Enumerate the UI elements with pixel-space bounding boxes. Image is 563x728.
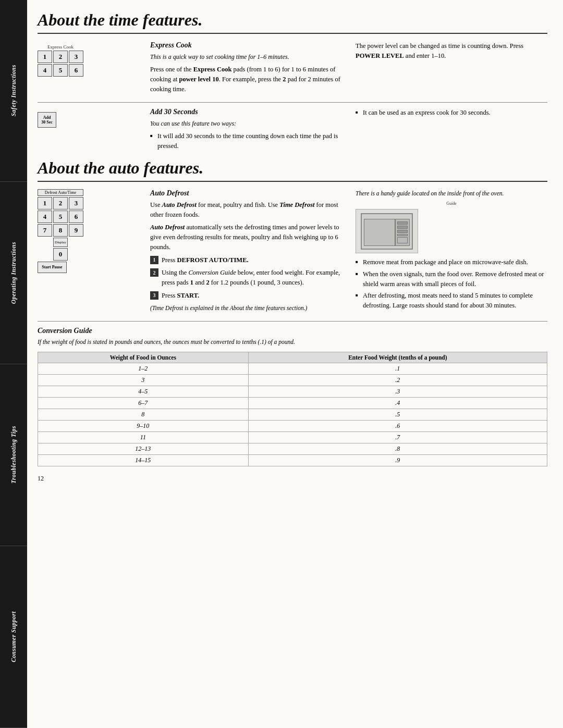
step-1: 1 Press DEFROST AUTO/TIME. [150,255,342,265]
defrost-key-6[interactable]: 6 [69,211,83,223]
tenths-cell: .8 [248,443,547,455]
oven-door [364,219,395,246]
express-cook-right-text: The power level can be changed as time i… [356,41,547,61]
add-30-middle: Add 30 Seconds You can use this feature … [150,108,342,153]
auto-defrost-bullet-2: When the oven signals, turn the food ove… [356,269,547,289]
tenths-cell: .4 [248,398,547,409]
express-cook-middle: Express Cook This is a quick way to set … [150,41,342,97]
tenths-cell: .5 [248,409,547,421]
add-30-button[interactable]: Add30 Sec [38,112,56,128]
ounces-cell: 3 [38,375,249,386]
ounces-cell: 6–7 [38,398,249,409]
auto-defrost-bullet-1: Remove meat from package and place on mi… [356,257,547,267]
defrost-key-0[interactable]: 0 [53,248,68,261]
express-cook-body: Press one of the Express Cook pads (from… [150,65,342,94]
table-row: 14–15.9 [38,455,547,466]
oven-image [356,209,418,253]
key-2[interactable]: 2 [53,51,68,63]
tenths-cell: .7 [248,432,547,443]
ounces-cell: 4–5 [38,386,249,398]
main-content: About the time features. Express Cook 1 … [27,0,563,728]
add-30-heading: Add 30 Seconds [150,108,342,116]
table-row: 4–5.3 [38,386,547,398]
display-button[interactable]: Display [53,238,68,247]
col1-header: Weight of Food in Ounces [38,352,249,363]
table-row: 9–10.6 [38,421,547,432]
step-1-text: Press DEFROST AUTO/TIME. [162,255,249,265]
keypad-grid: 1 2 3 4 5 6 [38,51,83,77]
table-row: 8.5 [38,409,547,421]
ounces-cell: 8 [38,409,249,421]
oven-inner [361,213,413,250]
tenths-cell: .2 [248,375,547,386]
page-title: About the time features. [38,10,547,30]
defrost-key-8[interactable]: 8 [53,224,68,237]
sidebar-section-safety: Safety Instructions [0,0,27,182]
sidebar-section-consumer: Consumer Support [0,546,27,728]
tenths-cell: .3 [248,386,547,398]
add-30-label: Add30 Sec [41,115,53,125]
sidebar-label-troubleshooting: Troubleshooting Tips [10,426,17,484]
tenths-cell: .6 [248,421,547,432]
table-row: 1–2.1 [38,363,547,375]
conversion-table: Weight of Food in Ounces Enter Food Weig… [38,352,547,466]
express-cook-section: Express Cook 1 2 3 4 5 6 Express Cook Th… [38,41,547,97]
time-defrost-note: (Time Defrost is explained in the About … [150,304,342,313]
defrost-key-4[interactable]: 4 [38,211,52,223]
tenths-cell: .1 [248,363,547,375]
key-1[interactable]: 1 [38,51,52,63]
key-3[interactable]: 3 [69,51,83,63]
section-divider-auto [38,181,547,182]
ounces-cell: 1–2 [38,363,249,375]
table-row: 3.2 [38,375,547,386]
add-30-left: Add30 Sec [38,108,142,153]
express-cook-italic: This is a quick way to set cooking time … [150,52,342,61]
defrost-key-9[interactable]: 9 [69,224,83,237]
auto-defrost-right: There is a handy guide located on the in… [350,189,547,316]
express-cook-keypad: Express Cook 1 2 3 4 5 6 [38,44,83,77]
table-row: 12–13.8 [38,443,547,455]
defrost-key-2[interactable]: 2 [53,197,68,209]
sidebar-label-safety: Safety Instructions [10,65,17,116]
key-5[interactable]: 5 [53,64,68,77]
guide-label: Guide [356,201,547,206]
defrost-key-3[interactable]: 3 [69,197,83,209]
oven-controls [395,219,410,246]
add-30-right: It can be used as an express cook for 30… [350,108,547,153]
defrost-label: Defrost Auto/Time [38,189,83,196]
ounces-cell: 11 [38,432,249,443]
start-pause-label: Start Pause [42,265,62,270]
display-label: Display [55,240,66,244]
defrost-key-1[interactable]: 1 [38,197,52,209]
section-divider-time [38,33,547,34]
table-row: 11.7 [38,432,547,443]
key-6[interactable]: 6 [69,64,83,77]
key-4[interactable]: 4 [38,64,52,77]
express-cook-heading: Express Cook [150,41,342,50]
sidebar-section-troubleshooting: Troubleshooting Tips [0,364,27,546]
step-num-1: 1 [150,256,158,264]
add-30-bullet-2: It can be used as an express cook for 30… [356,108,547,118]
col2-header: Enter Food Weight (tenths of a pound) [248,352,547,363]
sidebar-label-consumer: Consumer Support [10,611,17,662]
defrost-key-7[interactable]: 7 [38,224,52,237]
defrost-key-5[interactable]: 5 [53,211,68,223]
auto-defrost-bullet-3: After defrosting, most meats need to sta… [356,291,547,311]
ounces-cell: 14–15 [38,455,249,466]
step-num-2: 2 [150,268,158,277]
conversion-guide-section: Conversion Guide If the weight of food i… [38,327,547,466]
express-cook-right: The power level can be changed as time i… [350,41,547,97]
step-num-3: 3 [150,291,158,300]
step-2-text: Using the Conversion Guide below, enter … [162,268,342,288]
add-30-bullet-1: It will add 30 seconds to the time count… [150,131,342,151]
auto-defrost-body1: Auto Defrost automatically sets the defr… [150,223,342,252]
thin-divider-1 [38,102,547,103]
defrost-keypad: Defrost Auto/Time 1 2 3 4 5 6 7 8 9 Disp… [38,189,83,273]
conversion-guide-note: If the weight of food is stated in pound… [38,338,547,347]
step-2: 2 Using the Conversion Guide below, ente… [150,268,342,288]
ounces-cell: 9–10 [38,421,249,432]
auto-defrost-left: Defrost Auto/Time 1 2 3 4 5 6 7 8 9 Disp… [38,189,142,316]
add-30-bullets: It will add 30 seconds to the time count… [150,131,342,151]
start-pause-button[interactable]: Start Pause [38,262,67,273]
page-number: 12 [38,475,547,483]
